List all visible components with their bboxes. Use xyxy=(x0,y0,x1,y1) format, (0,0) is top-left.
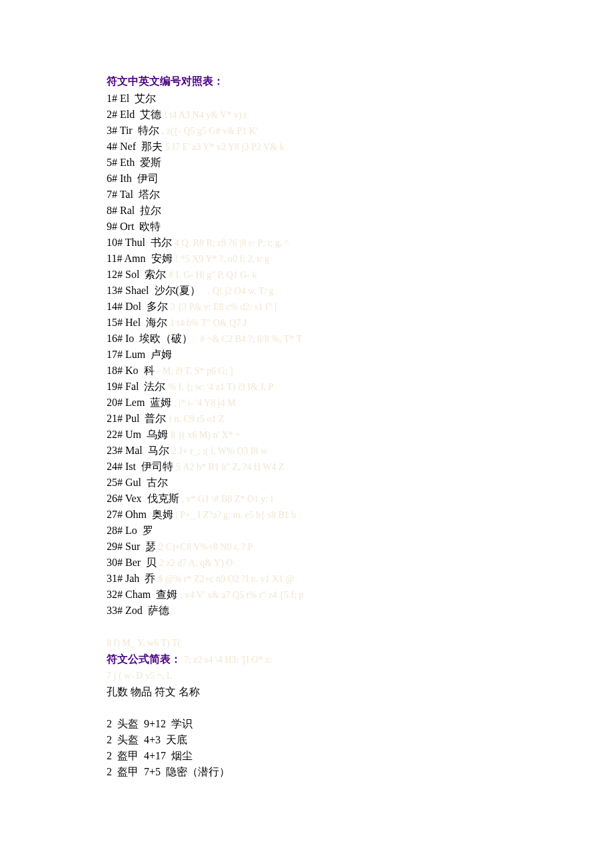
rune-entry: 12# Sol 索尔 xyxy=(107,269,166,280)
rune-row: 5# Eth 爱斯 xyxy=(107,155,613,171)
rune-entry: 5# Eth 爱斯 xyxy=(107,157,161,168)
rune-entry: 18# Ko 科 xyxy=(107,365,155,376)
rune-entry: 4# Nef 那夫 xyxy=(107,141,163,152)
watermark-text: 5 I7 E' z3 Y* v2 Y8 j3 P2 V& k xyxy=(163,142,285,152)
rune-entry: 32# Cham 查姆 xyxy=(107,589,177,600)
faint-text-1: 8 f) M_ Y. w6 T) T( xyxy=(107,636,613,650)
rune-entry: 20# Lem 蓝姆 xyxy=(107,397,171,408)
watermark-text: # I. G- H| g" P, Q1 G- k xyxy=(166,270,257,280)
watermark-text: 7; z2 s4 \4 H3: '[I O* z: xyxy=(181,655,272,665)
watermark-text: 5 A2 b* R1 h" Z, ?4 H W4 Z xyxy=(173,462,285,472)
rune-row: 10# Thul 书尔4 Q. R8 R; z9 ?6 |8 e: P; t; … xyxy=(107,235,613,251)
watermark-text: ! *5 X9 Y* ?, n0 f; 2, t/ g xyxy=(173,254,269,264)
formula-row: 2 头盔 9+12 学识 xyxy=(107,716,613,732)
rune-entry: 11# Amn 安姆 xyxy=(107,253,173,264)
rune-entry: 10# Thul 书尔 xyxy=(107,237,172,248)
formula-table-title: 符文公式简表： xyxy=(107,653,181,665)
rune-row: 28# Lo 罗 xyxy=(107,523,613,539)
rune-row: 1# El 艾尔 xyxy=(107,91,613,107)
watermark-text: ; v4 V' x& a7 Q5 t% r" z4 {5 f; p xyxy=(177,590,303,600)
watermark-text: 2 z2 d7 A, q& Y) O xyxy=(157,558,233,568)
rune-row: 19# Fal 法尔% L {; w: '4 z1 T) i9 I& J, P xyxy=(107,379,613,395)
rune-row: 30# Ber 贝2 z2 d7 A, q& Y) O xyxy=(107,555,613,571)
rune-entry: 15# Hel 海尔 xyxy=(107,317,167,328)
rune-entry: 3# Tir 特尔 xyxy=(107,125,159,136)
rune-row: 32# Cham 查姆; v4 V' x& a7 Q5 t% r" z4 {5 … xyxy=(107,587,613,603)
rune-entry: 6# Ith 伊司 xyxy=(107,173,159,184)
rune-row: 33# Zod 萨德 xyxy=(107,603,613,619)
rune-list: 1# El 艾尔2# Eld 艾德! t4 A3 N4 y& V* v) t3#… xyxy=(107,91,613,619)
watermark-text: % L {; w: '4 z1 T) i9 I& J, P xyxy=(165,382,273,392)
rune-row: 20# Lem 蓝姆, |* i- '4 Y8 j4 M xyxy=(107,395,613,411)
rune-row: 15# Hel 海尔1 t4 b% T" O& Q7 J xyxy=(107,315,613,331)
formula-list: 2 头盔 9+12 学识2 头盔 4+3 天底2 盔甲 4+17 烟尘2 盔甲 … xyxy=(107,716,613,780)
watermark-text: $ @% r* Z2+c n9 O2 ?I n. v1 X1 @ xyxy=(155,574,294,584)
watermark-text: ! t4 A3 N4 y& V* v) t xyxy=(161,110,247,120)
rune-entry: 13# Shael 沙尔(夏） xyxy=(107,285,201,296)
rune-entry: 14# Dol 多尔 xyxy=(107,301,168,312)
watermark-text: , Q! j2 O4 w. T/ g xyxy=(201,286,274,296)
rune-row: 8# Ral 拉尔 xyxy=(107,203,613,219)
rune-entry: 21# Pul 普尔 xyxy=(107,413,166,424)
rune-row: 11# Amn 安姆! *5 X9 Y* ?, n0 f; 2, t/ g xyxy=(107,251,613,267)
rune-row: 16# Io 埃欧（破） # ~& C2 B4 ?; 8/8 %, T* T xyxy=(107,331,613,347)
rune-table-title: 符文中英文编号对照表： xyxy=(107,73,613,89)
rune-entry: 29# Sur 瑟 xyxy=(107,541,156,552)
rune-entry: 8# Ral 拉尔 xyxy=(107,205,161,216)
rune-row: 13# Shael 沙尔(夏） , Q! j2 O4 w. T/ g xyxy=(107,283,613,299)
rune-row: 6# Ith 伊司 xyxy=(107,171,613,187)
rune-entry: 7# Tal 塔尔 xyxy=(107,189,160,200)
rune-row: 4# Nef 那夫5 I7 E' z3 Y* v2 Y8 j3 P2 V& k xyxy=(107,139,613,155)
rune-row: 2# Eld 艾德! t4 A3 N4 y& V* v) t xyxy=(107,107,613,123)
formula-row: 2 盔甲 7+5 隐密（潜行） xyxy=(107,764,613,780)
rune-row: 29# Sur 瑟2 C)+C8 V%+8 N0 r, ? P xyxy=(107,539,613,555)
formula-row: 2 头盔 4+3 天底 xyxy=(107,732,613,748)
faint-text-2: 7 j ( w- D y5 ~, L xyxy=(107,669,613,683)
rune-entry: 17# Lum 卢姆 xyxy=(107,349,172,360)
rune-entry: 16# Io 埃欧（破） xyxy=(107,333,193,344)
rune-row: 17# Lum 卢姆 xyxy=(107,347,613,363)
watermark-text: - M, i9 T. S* p6 G; ] xyxy=(155,366,233,376)
rune-entry: 19# Fal 法尔 xyxy=(107,381,165,392)
rune-entry: 22# Um 乌姆 xyxy=(107,429,168,440)
watermark-text: 2 J+ r_; ;( i, W% O3 I8 w xyxy=(169,446,267,456)
watermark-text: 8 }( x6 M) n' X* ~ xyxy=(168,430,241,440)
rune-row: 7# Tal 塔尔 xyxy=(107,187,613,203)
watermark-text: 4 Q. R8 R; z9 ?6 |8 e: P; t; g, ^ xyxy=(172,238,289,248)
rune-row: 18# Ko 科- M, i9 T. S* p6 G; ] xyxy=(107,363,613,379)
rune-row: 25# Gul 古尔 xyxy=(107,475,613,491)
rune-entry: 24# Ist 伊司特 xyxy=(107,461,173,472)
rune-entry: 23# Mal 马尔 xyxy=(107,445,169,456)
rune-entry: 1# El 艾尔 xyxy=(107,93,156,104)
formula-row: 2 盔甲 4+17 烟尘 xyxy=(107,748,613,764)
rune-entry: 25# Gul 古尔 xyxy=(107,477,168,488)
rune-row: 3# Tir 特尔, z({- Q5 g5 G# v& P1 K' xyxy=(107,123,613,139)
rune-row: 14# Dol 多尔3 {3 P& v: E8 c% d2: s1 f" [ xyxy=(107,299,613,315)
rune-row: 31# Jah 乔$ @% r* Z2+c n9 O2 ?I n. v1 X1 … xyxy=(107,571,613,587)
watermark-text: , z({- Q5 g5 G# v& P1 K' xyxy=(159,126,258,136)
rune-entry: 28# Lo 罗 xyxy=(107,525,153,536)
watermark-text: 2 C)+C8 V%+8 N0 r, ? P xyxy=(156,542,253,552)
rune-entry: 30# Ber 贝 xyxy=(107,557,157,568)
rune-row: 27# Ohm 奥姆| P+_ I Z?a? g: m. e5 b{ s8 B1… xyxy=(107,507,613,523)
watermark-text: 3 {3 P& v: E8 c% d2: s1 f" [ xyxy=(168,302,278,312)
rune-row: 12# Sol 索尔# I. G- H| g" P, Q1 G- k xyxy=(107,267,613,283)
watermark-text: 1 t4 b% T" O& Q7 J xyxy=(167,318,247,328)
rune-entry: 31# Jah 乔 xyxy=(107,573,155,584)
rune-entry: 33# Zod 萨德 xyxy=(107,605,169,616)
rune-row: 21# Pul 普尔! n. C9 r5 o1 Z xyxy=(107,411,613,427)
watermark-text: # ~& C2 B4 ?; 8/8 %, T* T xyxy=(193,334,302,344)
formula-title-row: 符文公式简表：7; z2 s4 \4 H3: '[I O* z: xyxy=(107,651,613,667)
rune-row: 26# Vex 伐克斯, v* G1 \# B8 Z* O1 y: l xyxy=(107,491,613,507)
rune-entry: 27# Ohm 奥姆 xyxy=(107,509,173,520)
watermark-text: , v* G1 \# B8 Z* O1 y: l xyxy=(179,494,273,504)
watermark-text: , |* i- '4 Y8 j4 M xyxy=(171,398,235,408)
rune-row: 9# Ort 欧特 xyxy=(107,219,613,235)
rune-row: 23# Mal 马尔2 J+ r_; ;( i, W% O3 I8 w xyxy=(107,443,613,459)
rune-row: 24# Ist 伊司特5 A2 b* R1 h" Z, ?4 H W4 Z xyxy=(107,459,613,475)
watermark-text: ! n. C9 r5 o1 Z xyxy=(166,414,224,424)
formula-header: 孔数 物品 符文 名称 xyxy=(107,684,613,700)
rune-entry: 2# Eld 艾德 xyxy=(107,109,161,120)
rune-entry: 9# Ort 欧特 xyxy=(107,221,161,232)
rune-entry: 26# Vex 伐克斯 xyxy=(107,493,179,504)
